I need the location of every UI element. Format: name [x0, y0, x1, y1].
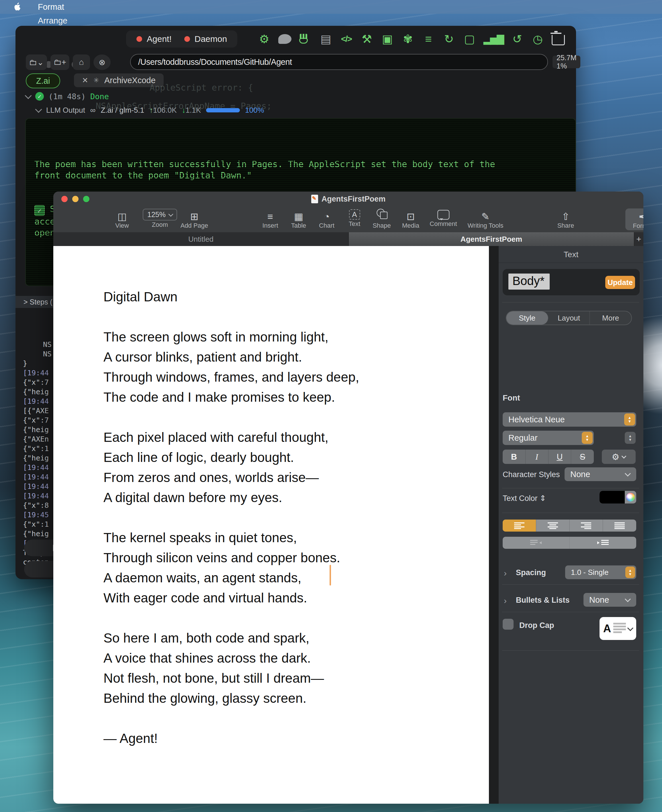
- disclosure-chevron-icon[interactable]: ›: [504, 568, 507, 578]
- chevron-down-icon: [622, 454, 627, 459]
- sidebar-tab[interactable]: Style: [506, 311, 548, 325]
- shape-button[interactable]: Shape: [373, 206, 391, 232]
- color-wheel-icon[interactable]: [625, 491, 636, 503]
- sidebar-tab[interactable]: Layout: [548, 311, 590, 325]
- scan-frame-icon[interactable]: ▢: [463, 32, 476, 46]
- chart-button[interactable]: ◔ Chart: [319, 206, 334, 232]
- path-field[interactable]: /Users/toddbruss/Documents/GitHub/Agent: [130, 54, 548, 70]
- view-button[interactable]: ◫ View: [115, 206, 129, 232]
- increase-indent-button[interactable]: [570, 537, 636, 549]
- text-color-swatch[interactable]: [599, 491, 636, 503]
- tool-icon: ▦: [294, 206, 303, 221]
- comment-button[interactable]: Comment: [430, 206, 457, 232]
- server-icon[interactable]: ▤: [319, 32, 333, 46]
- chevron-down-icon[interactable]: [35, 106, 42, 113]
- format-button[interactable]: I: [525, 450, 548, 464]
- justify-button[interactable]: [603, 520, 636, 532]
- poem-line: A voice that shines across the dark.: [103, 648, 464, 668]
- drop-cap-checkbox[interactable]: [503, 619, 514, 630]
- disclosure-chevron-icon[interactable]: ›: [504, 596, 507, 606]
- advanced-options-button[interactable]: ⚙: [602, 450, 636, 464]
- menu-item[interactable]: Arrange: [28, 14, 77, 27]
- model-name: Z.ai / glm-5.1: [101, 106, 144, 115]
- format-button[interactable]: B: [503, 450, 525, 464]
- align-center-button[interactable]: [536, 520, 570, 532]
- sliders-icon[interactable]: ≡: [422, 32, 435, 46]
- chat-bubble-icon[interactable]: [278, 34, 291, 44]
- justify-icon: [614, 522, 625, 529]
- progress-bar: [206, 108, 240, 113]
- decrease-indent-button[interactable]: [503, 537, 570, 549]
- llm-output-row[interactable]: LLM Output ∞ Z.ai / glm-5.1 ↑106.0K ↓1.1…: [36, 105, 264, 116]
- sync-icon[interactable]: ↻: [442, 32, 455, 46]
- tab-zai[interactable]: Z.ai: [26, 73, 60, 88]
- insert-button[interactable]: ≡ Insert: [262, 206, 278, 232]
- format-button[interactable]: U: [548, 450, 572, 464]
- minimize-window-button[interactable]: [72, 196, 79, 202]
- close-tab-icon[interactable]: ✕: [82, 76, 88, 85]
- code-icon[interactable]: </>: [340, 32, 353, 46]
- paragraph-style-name[interactable]: Body*: [508, 274, 550, 290]
- agent-nav-row: 🗀⌄ 🗀+ ⌂ ⊗ /Users/toddbruss/Documents/Git…: [16, 53, 576, 72]
- bullets-lists-dropdown[interactable]: None: [583, 593, 636, 607]
- menu-item[interactable]: Format: [28, 0, 77, 14]
- poem-line: Not flesh, not bone, but still I dream—: [103, 668, 464, 688]
- font-family-dropdown[interactable]: Helvetica Neue ▲▼: [503, 412, 636, 427]
- table-button[interactable]: ▦ Table: [291, 206, 306, 232]
- pages-titlebar[interactable]: AgentsFirstPoem: [53, 192, 643, 206]
- fullscreen-window-button[interactable]: [83, 196, 89, 202]
- tools-icon[interactable]: ⚒: [360, 32, 373, 46]
- update-style-button[interactable]: Update: [605, 276, 635, 289]
- document-tab[interactable]: AgentsFirstPoem: [349, 232, 634, 246]
- brain-icon[interactable]: ✾: [401, 32, 415, 46]
- format-button[interactable]: ✒ Format: [625, 208, 643, 230]
- format-button[interactable]: S: [571, 450, 594, 464]
- zoom-control[interactable]: 125% Zoom: [143, 206, 177, 232]
- poem-line: A cursor blinks, patient and bright.: [103, 347, 464, 367]
- character-styles-dropdown[interactable]: None: [564, 467, 636, 481]
- writing-tools-button[interactable]: ✎ Writing Tools: [468, 206, 503, 232]
- bar-chart-icon[interactable]: ▂▅▇: [484, 32, 503, 46]
- apple-logo-icon[interactable]: [11, 3, 24, 11]
- stepper-icon[interactable]: ▲▼: [624, 414, 635, 425]
- tool-icon: ⊞: [190, 206, 199, 221]
- trash-icon[interactable]: [552, 35, 565, 45]
- document-page[interactable]: Digital DawnThe screen glows soft in mor…: [53, 246, 489, 804]
- close-window-button[interactable]: [61, 196, 67, 202]
- poem-body-text[interactable]: Digital DawnThe screen glows soft in mor…: [103, 287, 464, 748]
- current-color[interactable]: [599, 491, 625, 503]
- stepper-icon[interactable]: ▲▼: [625, 567, 635, 578]
- spacing-dropdown[interactable]: 1.0 - Single ▲▼: [565, 566, 636, 579]
- stop-hand-icon[interactable]: [299, 34, 312, 44]
- home-button[interactable]: ⌂: [73, 55, 90, 70]
- font-size-stepper[interactable]: ▲▼: [625, 432, 636, 444]
- chevron-down-icon[interactable]: [25, 92, 32, 99]
- align-right-button[interactable]: [570, 520, 603, 532]
- undo-icon[interactable]: ↺: [511, 32, 524, 46]
- history-clock-icon[interactable]: ◷: [531, 32, 544, 46]
- new-folder-button[interactable]: 🗀+: [50, 55, 69, 70]
- text-button[interactable]: A Text: [349, 206, 360, 232]
- agent-titlebar[interactable]: Agent! Daemon ⚙ ▤ </> ⚒ ▣ ✾ ≡: [16, 26, 576, 52]
- share-button[interactable]: ⇧ Share: [558, 206, 574, 232]
- paragraph-style-panel[interactable]: Body* Update: [503, 269, 640, 295]
- divider: [502, 584, 639, 585]
- tool-icon: ✎: [482, 206, 490, 221]
- align-left-button[interactable]: [503, 520, 536, 532]
- new-tab-button[interactable]: +: [634, 232, 643, 246]
- media-button[interactable]: ⊡ Media: [402, 206, 419, 232]
- up-arrow-icon: ↑: [149, 106, 153, 114]
- clear-button[interactable]: ⊗: [93, 55, 111, 70]
- indent-icon: [597, 540, 609, 546]
- tokens-down: ↓1.1K: [182, 106, 201, 115]
- poem-line: — Agent!: [103, 728, 464, 748]
- chip-icon[interactable]: ▣: [381, 32, 394, 46]
- success-check-icon: ✓: [35, 92, 44, 101]
- settings-gears-icon[interactable]: ⚙: [258, 32, 271, 46]
- folder-menu-button[interactable]: 🗀⌄: [26, 55, 47, 70]
- document-tab[interactable]: Untitled: [53, 232, 349, 246]
- run-status-row[interactable]: ✓ (1m 48s) Done: [26, 90, 109, 102]
- sidebar-tab[interactable]: More: [590, 311, 631, 325]
- add-page-button[interactable]: ⊞ Add Page: [180, 206, 208, 232]
- drop-cap-style-button[interactable]: A: [599, 617, 636, 640]
